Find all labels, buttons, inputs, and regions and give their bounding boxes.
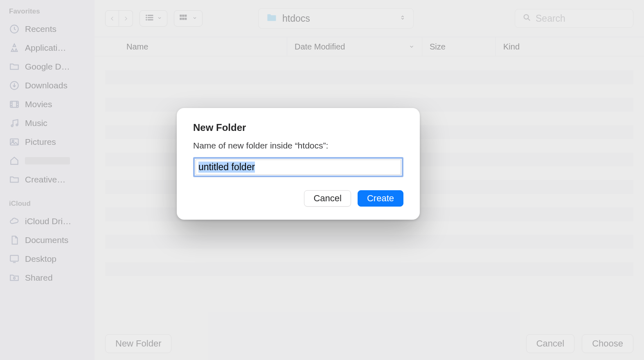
button-label: Create <box>367 193 394 204</box>
column-header-label: Date Modified <box>295 42 345 52</box>
svg-point-4 <box>16 124 18 126</box>
list-row-stripe <box>105 262 633 276</box>
dialog-create-button[interactable]: Create <box>358 190 403 207</box>
cloud-icon <box>9 216 20 227</box>
svg-rect-18 <box>180 18 182 20</box>
list-row-stripe <box>105 235 633 249</box>
column-header-date-modified[interactable]: Date Modified <box>287 37 422 56</box>
sidebar-item-documents[interactable]: Documents <box>0 231 95 250</box>
sidebar-item-pictures[interactable]: Pictures <box>0 133 95 151</box>
group-view-button[interactable] <box>174 10 203 27</box>
chevron-down-icon <box>192 15 197 22</box>
svg-rect-19 <box>182 18 184 20</box>
sidebar-header-favorites: Favorites <box>0 7 95 20</box>
svg-rect-12 <box>148 17 153 18</box>
svg-point-13 <box>146 19 147 20</box>
sidebar-item-label: Recents <box>25 24 56 34</box>
svg-rect-7 <box>10 255 18 261</box>
document-icon <box>9 235 20 245</box>
cancel-button[interactable]: Cancel <box>526 334 574 353</box>
column-header-size[interactable]: Size <box>422 37 495 56</box>
dialog-title: New Folder <box>193 122 403 133</box>
sidebar-item-music[interactable]: Music <box>0 114 95 133</box>
folder-icon <box>9 61 20 72</box>
back-button[interactable] <box>105 10 119 27</box>
svg-point-11 <box>146 17 147 18</box>
dialog-subtitle: Name of new folder inside “htdocs”: <box>193 141 403 151</box>
list-row-stripe <box>105 70 633 84</box>
button-label: Cancel <box>313 193 341 204</box>
button-label: Cancel <box>536 338 564 349</box>
sidebar-item-desktop[interactable]: Desktop <box>0 250 95 268</box>
sidebar-item-label: Shared <box>25 273 53 283</box>
sidebar-item-label: Applicati… <box>25 43 66 53</box>
svg-rect-17 <box>185 15 187 16</box>
sidebar-item-label: Creative… <box>25 175 65 184</box>
sidebar: Favorites Recents Applicati… Google D… D… <box>0 0 95 360</box>
button-label: Choose <box>592 338 623 349</box>
music-icon <box>9 118 20 128</box>
sidebar-item-icloud-drive[interactable]: iCloud Dri… <box>0 212 95 231</box>
sidebar-item-label: Pictures <box>25 137 56 147</box>
folder-name-input[interactable] <box>196 160 401 175</box>
sidebar-item-movies[interactable]: Movies <box>0 95 95 114</box>
svg-rect-10 <box>148 15 153 16</box>
column-header-name[interactable]: Name <box>95 37 287 56</box>
sidebar-item-label: Google D… <box>25 62 70 72</box>
sidebar-item-shared[interactable]: Shared <box>0 268 95 287</box>
svg-rect-15 <box>180 15 182 16</box>
sidebar-item-creative[interactable]: Creative… <box>0 170 95 189</box>
download-icon <box>9 80 20 91</box>
desktop-icon <box>9 254 20 264</box>
svg-rect-20 <box>185 18 187 20</box>
search-field[interactable]: Search <box>515 9 633 28</box>
new-folder-button[interactable]: New Folder <box>105 334 171 353</box>
folder-icon <box>266 12 277 25</box>
column-header-kind[interactable]: Kind <box>495 37 644 56</box>
sidebar-item-recents[interactable]: Recents <box>0 20 95 38</box>
sidebar-item-label: Music <box>25 118 47 128</box>
movies-icon <box>9 99 20 110</box>
list-icon <box>145 14 154 23</box>
sidebar-item-label: Documents <box>25 235 68 245</box>
pictures-icon <box>9 137 20 147</box>
dialog-actions: Cancel Create <box>193 190 403 207</box>
clock-icon <box>9 24 20 34</box>
shared-folder-icon <box>9 272 20 283</box>
current-folder-name: htdocs <box>282 13 394 24</box>
search-placeholder: Search <box>536 13 565 24</box>
sidebar-item-downloads[interactable]: Downloads <box>0 76 95 95</box>
column-header-label: Name <box>126 42 148 52</box>
list-view-button[interactable] <box>140 10 167 27</box>
chevron-down-icon <box>409 42 414 52</box>
svg-point-9 <box>146 15 147 16</box>
sidebar-item-label: Movies <box>25 99 52 109</box>
current-folder-dropdown[interactable]: htdocs <box>258 8 414 29</box>
svg-point-3 <box>11 125 13 126</box>
column-header-label: Kind <box>503 42 520 52</box>
new-folder-dialog: New Folder Name of new folder inside “ht… <box>177 108 420 220</box>
column-headers: Name Date Modified Size Kind <box>95 37 644 56</box>
chevron-down-icon <box>157 15 162 22</box>
nav-buttons <box>105 10 133 27</box>
svg-point-21 <box>524 15 529 19</box>
sidebar-item-home[interactable] <box>0 151 95 170</box>
dialog-cancel-button[interactable]: Cancel <box>304 190 351 207</box>
sidebar-item-label: Downloads <box>25 81 68 90</box>
sidebar-item-label-redacted <box>25 157 70 164</box>
choose-button[interactable]: Choose <box>582 334 633 353</box>
toolbar: htdocs Search <box>95 0 644 37</box>
button-label: New Folder <box>115 338 161 349</box>
column-header-label: Size <box>430 42 446 52</box>
home-icon <box>9 155 20 166</box>
applications-icon <box>9 43 20 53</box>
svg-rect-14 <box>148 20 153 20</box>
sidebar-item-google-drive[interactable]: Google D… <box>0 57 95 76</box>
folder-icon <box>9 174 20 185</box>
forward-button[interactable] <box>119 10 133 27</box>
sidebar-item-applications[interactable]: Applicati… <box>0 38 95 57</box>
svg-point-8 <box>14 277 15 279</box>
svg-rect-2 <box>10 101 18 107</box>
search-icon <box>522 13 531 24</box>
folder-name-input-wrap <box>193 157 403 177</box>
